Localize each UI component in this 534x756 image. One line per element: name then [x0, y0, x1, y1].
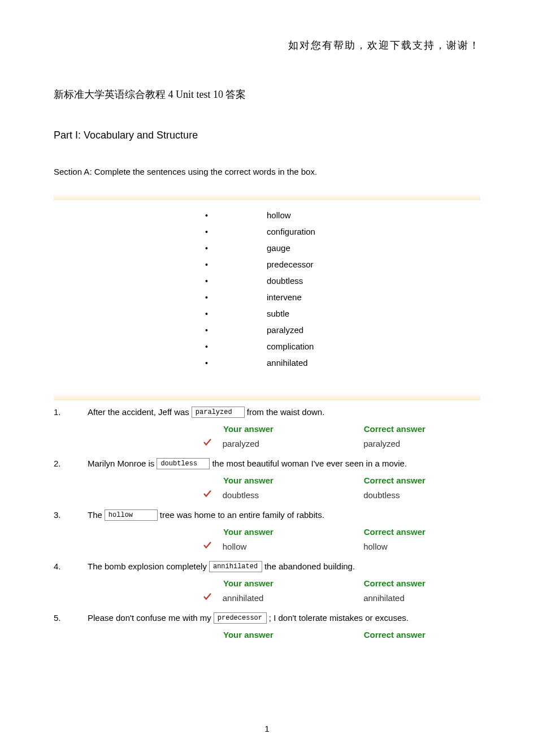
- word-box-item: • complication: [54, 338, 480, 355]
- word-box-item: • doubtless: [54, 273, 480, 289]
- divider-bar-bottom: [54, 394, 480, 400]
- correct-answer-header: Correct answer: [364, 476, 472, 485]
- your-answer-header: Your answer: [223, 527, 364, 537]
- question-row: 4. The bomb explosion completely annihil…: [54, 559, 480, 604]
- bullet-icon: •: [205, 339, 208, 355]
- checkmark-icon: [199, 489, 216, 501]
- bullet-icon: •: [205, 273, 208, 289]
- checkmark-icon: [199, 540, 216, 552]
- bullet-icon: •: [205, 224, 208, 240]
- word-box-item: • configuration: [54, 223, 480, 240]
- word-box-item: • predecessor: [54, 256, 480, 273]
- answer-table: Your answer Correct answer paralyzed par…: [133, 424, 472, 450]
- your-answer-header: Your answer: [223, 424, 364, 434]
- question-number: 1.: [54, 407, 61, 417]
- question-row: 2. Marilyn Monroe is doubtless the most …: [54, 456, 480, 501]
- question-sentence: Please don't confuse me with my predeces…: [88, 611, 480, 625]
- sentence-post: the most beautiful woman I've ever seen …: [212, 456, 407, 471]
- page-number: 1: [0, 724, 534, 733]
- answer-table: Your answer Correct answer: [133, 630, 472, 640]
- bullet-icon: •: [205, 322, 208, 338]
- word-box-item: • hollow: [54, 207, 480, 223]
- word-box-item: • paralyzed: [54, 322, 480, 338]
- your-answer-value: doubtless: [223, 490, 363, 500]
- answer-input[interactable]: annihilated: [209, 561, 262, 572]
- question-number: 3.: [54, 510, 61, 520]
- word-text: subtle: [267, 306, 329, 322]
- your-answer-header: Your answer: [223, 578, 364, 588]
- questions-block: 1. After the accident, Jeff was paralyze…: [54, 405, 480, 640]
- word-box: • hollow • configuration • gauge • prede…: [54, 200, 480, 377]
- correct-answer-value: paralyzed: [363, 439, 472, 448]
- divider-bar-top: [54, 193, 480, 200]
- word-text: gauge: [267, 240, 329, 256]
- correct-answer-value: annihilated: [363, 593, 472, 603]
- word-text: annihilated: [267, 355, 329, 371]
- question-number: 5.: [54, 613, 61, 623]
- word-text: configuration: [267, 224, 329, 240]
- question-sentence: The hollow tree was home to an entire fa…: [88, 508, 480, 522]
- your-answer-value: paralyzed: [223, 439, 363, 448]
- question-number: 2.: [54, 459, 61, 468]
- word-box-item: • annihilated: [54, 355, 480, 371]
- sentence-pre: Please don't confuse me with my: [88, 611, 211, 625]
- word-text: predecessor: [267, 257, 329, 273]
- word-box-item: • intervene: [54, 289, 480, 305]
- answer-table: Your answer Correct answer annihilated a…: [133, 578, 472, 604]
- word-text: hollow: [267, 208, 329, 223]
- correct-answer-header: Correct answer: [364, 630, 472, 640]
- correct-answer-value: hollow: [363, 542, 472, 551]
- bullet-icon: •: [205, 355, 208, 371]
- sentence-pre: After the accident, Jeff was: [88, 405, 189, 420]
- correct-answer-value: doubtless: [363, 490, 472, 500]
- your-answer-value: annihilated: [223, 593, 363, 603]
- your-answer-header: Your answer: [223, 630, 364, 640]
- sentence-pre: Marilyn Monroe is: [88, 456, 154, 471]
- answer-input[interactable]: paralyzed: [192, 407, 245, 418]
- bullet-icon: •: [205, 290, 208, 305]
- bullet-icon: •: [205, 240, 208, 256]
- answer-table: Your answer Correct answer doubtless dou…: [133, 476, 472, 501]
- word-box-item: • subtle: [54, 305, 480, 322]
- correct-answer-header: Correct answer: [364, 578, 472, 588]
- correct-answer-header: Correct answer: [364, 527, 472, 537]
- question-number: 4.: [54, 561, 61, 571]
- answer-input[interactable]: doubtless: [157, 458, 210, 469]
- sentence-pre: The: [88, 508, 102, 522]
- sentence-pre: The bomb explosion completely: [88, 559, 207, 574]
- sentence-post: ; I don't tolerate mistakes or excuses.: [269, 611, 409, 625]
- answer-input[interactable]: hollow: [105, 509, 158, 521]
- answer-table: Your answer Correct answer hollow hollow: [133, 527, 472, 552]
- section-a-instruction: Section A: Complete the sentences using …: [54, 167, 480, 176]
- header-help-text: 如对您有帮助，欢迎下载支持，谢谢！: [288, 38, 480, 52]
- question-row: 5. Please don't confuse me with my prede…: [54, 611, 480, 640]
- word-text: doubtless: [267, 273, 329, 289]
- document-title: 新标准大学英语综合教程 4 Unit test 10 答案: [54, 88, 480, 101]
- checkmark-icon: [199, 591, 216, 604]
- sentence-post: the abandoned building.: [264, 559, 355, 574]
- question-sentence: The bomb explosion completely annihilate…: [88, 559, 480, 574]
- checkmark-icon: [199, 437, 216, 450]
- bullet-icon: •: [205, 306, 208, 322]
- part-title: Part I: Vocabulary and Structure: [54, 129, 480, 141]
- word-text: complication: [267, 339, 329, 355]
- word-text: intervene: [267, 290, 329, 305]
- question-row: 1. After the accident, Jeff was paralyze…: [54, 405, 480, 450]
- question-sentence: Marilyn Monroe is doubtless the most bea…: [88, 456, 480, 471]
- question-row: 3. The hollow tree was home to an entire…: [54, 508, 480, 552]
- bullet-icon: •: [205, 208, 208, 223]
- bullet-icon: •: [205, 257, 208, 273]
- question-sentence: After the accident, Jeff was paralyzed f…: [88, 405, 480, 420]
- your-answer-value: hollow: [223, 542, 363, 551]
- document-page: 如对您有帮助，欢迎下载支持，谢谢！ 新标准大学英语综合教程 4 Unit tes…: [0, 0, 534, 756]
- sentence-post: from the waist down.: [247, 405, 325, 420]
- word-text: paralyzed: [267, 322, 329, 338]
- your-answer-header: Your answer: [223, 476, 364, 485]
- sentence-post: tree was home to an entire family of rab…: [160, 508, 324, 522]
- correct-answer-header: Correct answer: [364, 424, 472, 434]
- answer-input[interactable]: predecessor: [214, 612, 267, 624]
- word-box-item: • gauge: [54, 240, 480, 256]
